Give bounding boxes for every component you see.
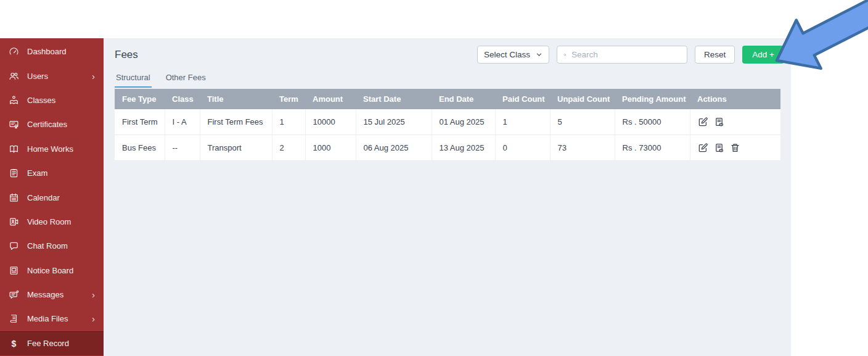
search-icon: [563, 51, 567, 59]
sidebar-item-label: Exam: [27, 168, 47, 178]
search-box: [557, 46, 687, 64]
tab-other-fees[interactable]: Other Fees: [165, 73, 207, 88]
page-header: Fees Select Class Reset Add +: [115, 46, 784, 64]
select-class-label: Select Class: [484, 50, 530, 59]
col-paid-count: Paid Count: [495, 89, 550, 109]
sidebar-item-label: Chat Room: [27, 241, 68, 250]
notice-board-icon: [9, 265, 19, 276]
view-record-icon[interactable]: [714, 143, 724, 153]
col-term: Term: [272, 89, 305, 109]
table-row: First Term I - A First Term Fees 1 10000…: [115, 109, 780, 135]
page-title: Fees: [115, 49, 138, 61]
col-class: Class: [165, 89, 200, 109]
sidebar-item-label: Calendar: [27, 193, 60, 202]
cell-term: 2: [272, 135, 305, 161]
sidebar-item-notice-board[interactable]: Notice Board: [0, 259, 104, 283]
table-row: Bus Fees -- Transport 2 1000 06 Aug 2025…: [115, 135, 780, 161]
sidebar-item-label: Video Room: [27, 217, 71, 226]
cell-amount: 10000: [305, 109, 356, 135]
sidebar-item-fee-record[interactable]: $ Fee Record: [0, 331, 104, 355]
col-actions: Actions: [690, 89, 780, 109]
sidebar-item-label: Messages: [27, 290, 63, 299]
cell-class: --: [165, 135, 200, 161]
app-window: Dashboard Users › Classes Certificates: [0, 38, 791, 356]
col-fee-type: Fee Type: [115, 89, 165, 109]
sidebar-item-label: Media Files: [27, 314, 68, 323]
media-files-icon: [9, 313, 19, 324]
cell-term: 1: [272, 109, 305, 135]
chat-bubble-icon: [9, 241, 19, 251]
row-actions: [698, 117, 779, 127]
cell-unpaid-count: 73: [550, 135, 615, 161]
sidebar-item-label: Dashboard: [27, 47, 67, 56]
add-button[interactable]: Add +: [742, 46, 784, 64]
submenu-chevron-icon: ›: [92, 314, 95, 323]
book-icon: [9, 144, 19, 154]
view-record-icon[interactable]: [714, 117, 724, 127]
sidebar-item-home-works[interactable]: Home Works: [0, 137, 104, 161]
dashboard-icon: [9, 46, 19, 57]
fee-tabs: Structural Other Fees: [115, 73, 784, 88]
sidebar-item-media-files[interactable]: Media Files ›: [0, 307, 104, 331]
sidebar-item-label: Fee Record: [27, 339, 69, 348]
sidebar: Dashboard Users › Classes Certificates: [0, 38, 104, 356]
cell-paid-count: 0: [495, 135, 550, 161]
cell-fee-type: Bus Fees: [115, 135, 165, 161]
col-unpaid-count: Unpaid Count: [550, 89, 615, 109]
edit-icon[interactable]: [698, 117, 708, 127]
submenu-chevron-icon: ›: [92, 290, 95, 299]
col-end-date: End Date: [432, 89, 495, 109]
fees-table: Fee Type Class Title Term Amount Start D…: [115, 89, 780, 161]
messages-icon: [9, 289, 19, 300]
sidebar-item-messages[interactable]: Messages ›: [0, 283, 104, 307]
main-content: Fees Select Class Reset Add + Structural…: [104, 38, 791, 356]
cell-pending-amount: Rs . 73000: [615, 135, 690, 161]
cell-paid-count: 1: [495, 109, 550, 135]
sidebar-item-label: Notice Board: [27, 266, 73, 275]
clipboard-icon: [9, 168, 19, 178]
cell-end-date: 01 Aug 2025: [432, 109, 495, 135]
reset-button[interactable]: Reset: [695, 46, 735, 64]
cell-end-date: 13 Aug 2025: [432, 135, 495, 161]
cell-start-date: 15 Jul 2025: [356, 109, 432, 135]
edit-icon[interactable]: [698, 143, 708, 153]
users-icon: [9, 71, 19, 81]
certificate-icon: [9, 119, 19, 130]
submenu-chevron-icon: ›: [92, 72, 95, 81]
sidebar-item-label: Certificates: [27, 120, 67, 129]
table-header: Fee Type Class Title Term Amount Start D…: [115, 89, 780, 109]
sidebar-item-exam[interactable]: Exam: [0, 161, 104, 185]
sidebar-item-certificates[interactable]: Certificates: [0, 112, 104, 136]
sidebar-item-chat-room[interactable]: Chat Room: [0, 234, 104, 258]
col-title: Title: [200, 89, 272, 109]
cell-title: Transport: [200, 135, 272, 161]
sidebar-item-label: Classes: [27, 96, 55, 105]
classes-icon: [9, 95, 19, 106]
cell-unpaid-count: 5: [550, 109, 615, 135]
cell-fee-type: First Term: [115, 109, 165, 135]
tab-structural[interactable]: Structural: [115, 73, 152, 88]
cell-pending-amount: Rs . 50000: [615, 109, 690, 135]
calendar-icon: [9, 192, 19, 203]
sidebar-item-video-room[interactable]: Video Room: [0, 210, 104, 234]
cell-title: First Term Fees: [200, 109, 272, 135]
row-actions: [698, 143, 779, 153]
sidebar-item-users[interactable]: Users ›: [0, 64, 104, 88]
sidebar-item-label: Users: [27, 72, 48, 81]
sidebar-item-label: Home Works: [27, 144, 73, 154]
chevron-down-icon: [536, 51, 542, 58]
dollar-icon: $: [9, 338, 19, 349]
cell-class: I - A: [165, 109, 200, 135]
select-class-dropdown[interactable]: Select Class: [477, 46, 549, 64]
cell-start-date: 06 Aug 2025: [356, 135, 432, 161]
col-start-date: Start Date: [356, 89, 432, 109]
sidebar-item-classes[interactable]: Classes: [0, 88, 104, 112]
video-camera-icon: [9, 217, 19, 227]
delete-icon[interactable]: [730, 143, 740, 153]
cell-amount: 1000: [305, 135, 356, 161]
search-input[interactable]: [571, 50, 681, 59]
sidebar-item-calendar[interactable]: Calendar: [0, 185, 104, 209]
col-pending-amount: Pending Amount: [615, 89, 690, 109]
sidebar-item-dashboard[interactable]: Dashboard: [0, 39, 104, 64]
toolbar: Select Class Reset Add +: [477, 46, 784, 64]
